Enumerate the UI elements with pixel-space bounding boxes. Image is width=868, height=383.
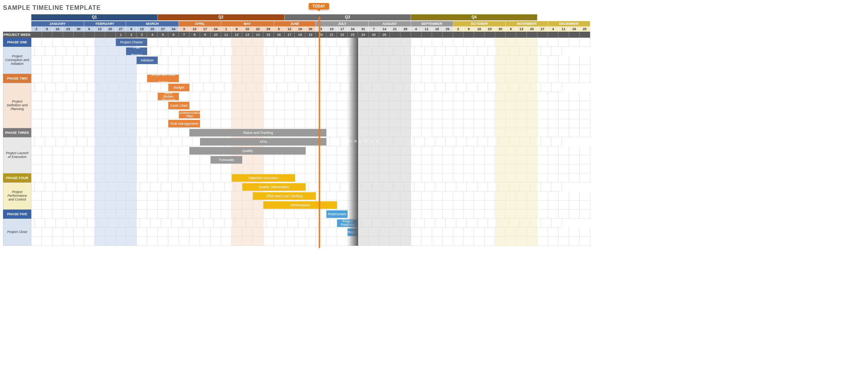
- grid-cell: [474, 65, 485, 74]
- grid-cell: [151, 137, 161, 146]
- grid-cell: [309, 83, 319, 92]
- gantt-bar[interactable]: Postmortem: [326, 210, 348, 218]
- grid-cell: [551, 137, 562, 146]
- grid-cell: [285, 74, 295, 83]
- grid-cell: [211, 192, 221, 201]
- grid-cell: [305, 74, 316, 83]
- grid-cell: [548, 119, 559, 128]
- grid-cell: [151, 219, 161, 228]
- grid-cell: [31, 110, 42, 119]
- gantt-bar[interactable]: Gantt Chart: [168, 102, 189, 109]
- grid-cell: [35, 47, 45, 56]
- grid-cell: [189, 210, 200, 219]
- grid-cell: [137, 228, 147, 237]
- grid-cell: [337, 228, 348, 237]
- grid-cell: [569, 237, 580, 246]
- gantt-bar[interactable]: Budget: [168, 84, 189, 91]
- grid-cell: [330, 83, 340, 92]
- grid-cell: [443, 128, 453, 137]
- grid-cell: [443, 56, 453, 65]
- grid-cell: [422, 228, 432, 237]
- grid-cell: [569, 228, 580, 237]
- gantt-bar[interactable]: Quality: [189, 147, 305, 155]
- gantt-bar[interactable]: Quality Deliverables: [242, 183, 306, 191]
- grid-cell: [137, 173, 147, 182]
- grid-cell: [168, 38, 179, 47]
- grid-cell: [84, 119, 95, 128]
- grid-cell: [559, 146, 569, 155]
- grid-cell: [432, 65, 443, 74]
- grid-cell: [425, 83, 436, 92]
- grid-cell: [432, 56, 443, 65]
- gantt-bar[interactable]: Status and Tracking: [189, 129, 326, 136]
- grid-cell: [74, 38, 84, 47]
- grid-cell: [305, 92, 316, 101]
- grid-cell: [158, 164, 168, 173]
- gantt-bar[interactable]: Forecasts: [211, 156, 242, 164]
- grid-cell: [435, 182, 446, 192]
- grid-cell: [425, 47, 436, 56]
- grid-cell: [52, 101, 63, 110]
- project-week-number: 14: [253, 32, 263, 38]
- gantt-bar[interactable]: Work Bkdwn Structure: [158, 93, 179, 100]
- today-flag: TODAY: [309, 3, 329, 9]
- week-date: 4: [548, 26, 559, 32]
- grid-cell: [288, 219, 298, 228]
- grid-cell: [158, 146, 168, 155]
- grid-cell: [316, 228, 326, 237]
- project-week-number: 11: [221, 32, 232, 38]
- project-week-number: 23: [348, 32, 358, 38]
- gantt-bar[interactable]: Initiation: [137, 57, 158, 64]
- week-date: 11: [422, 26, 432, 32]
- gantt-bar[interactable]: Performance: [263, 201, 337, 209]
- grid-cell: [443, 237, 453, 246]
- grid-cell: [537, 65, 548, 74]
- grid-cell: [168, 146, 179, 155]
- grid-cell: [569, 210, 580, 219]
- grid-cell: [172, 219, 182, 228]
- grid-cell: [453, 173, 464, 182]
- month-shade: [95, 38, 137, 246]
- grid-cell: [411, 192, 422, 201]
- gantt-bar[interactable]: Objective Execution: [232, 174, 295, 182]
- grid-cell: [559, 38, 569, 47]
- grid-cell: [211, 237, 221, 246]
- month-header: JULY: [316, 21, 369, 26]
- grid-cell: [42, 74, 52, 83]
- grid-cell: [316, 210, 326, 219]
- gantt-bar[interactable]: Communication Plan: [179, 111, 200, 118]
- grid-cell: [326, 128, 337, 137]
- grid-cell: [548, 228, 559, 237]
- gantt-bar[interactable]: Plan Review: [126, 47, 147, 55]
- gantt-bar[interactable]: Effort and Cost Tracking: [253, 192, 316, 200]
- grid-cell: [161, 137, 172, 146]
- grid-cell: [137, 74, 147, 83]
- grid-cell: [446, 47, 456, 56]
- grid-cell: [200, 92, 211, 101]
- gantt-bar[interactable]: Project Charter: [116, 38, 148, 46]
- grid-cell: [31, 56, 42, 65]
- gantt-bar[interactable]: KPIs: [200, 138, 326, 146]
- grid-cell: [200, 192, 211, 201]
- grid-cell: [263, 92, 274, 101]
- grid-cell: [285, 210, 295, 219]
- gantt-bar[interactable]: Risk Management: [168, 120, 200, 127]
- grid-cell: [137, 146, 147, 155]
- today-line: [319, 17, 320, 248]
- grid-cell: [305, 155, 316, 164]
- grid-cell: [31, 101, 42, 110]
- grid-cell: [66, 47, 77, 56]
- grid-cell: [463, 56, 474, 65]
- project-week-number: 15: [263, 32, 274, 38]
- grid-cell: [580, 128, 590, 137]
- grid-cell: [137, 119, 147, 128]
- grid-cell: [559, 155, 569, 164]
- week-date: 27: [537, 26, 548, 32]
- grid-cell: [463, 173, 474, 182]
- grid-cell: [463, 38, 474, 47]
- week-date: 25: [443, 26, 453, 32]
- grid-cell: [432, 38, 443, 47]
- grid-cell: [84, 228, 95, 237]
- week-date: 12: [285, 26, 295, 32]
- gantt-bar[interactable]: Scope and Goal Setting: [147, 75, 179, 82]
